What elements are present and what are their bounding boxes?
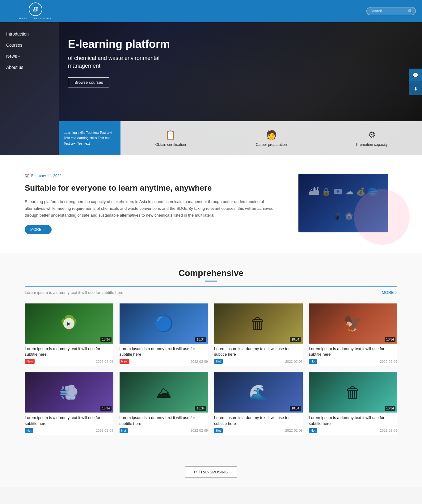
video-info-2: Lorem ipsum is a dummy text it will use … bbox=[120, 344, 208, 366]
video-thumb-2: 🔵 10:34 bbox=[120, 303, 208, 344]
video-date-7: 2022-02-09 bbox=[285, 429, 302, 432]
bottles-icon: 🔵 bbox=[120, 303, 208, 344]
about-date: 📅 February 11, 2022 bbox=[25, 174, 280, 178]
transposing-section: ⟳ TRANSPOSING bbox=[0, 457, 422, 487]
bottom-bar-promotion[interactable]: ⚙ Promotion capacity bbox=[322, 121, 422, 155]
promotion-label: Promotion capacity bbox=[356, 142, 388, 147]
hero-subtitle: of chemical and waste environmental mana… bbox=[68, 54, 192, 70]
sidebar-item-news[interactable]: News ▾ bbox=[0, 51, 59, 62]
transposing-button[interactable]: ⟳ TRANSPOSING bbox=[185, 466, 237, 478]
video-meta-1: New 2022-02-09 bbox=[25, 359, 113, 364]
sidebar-item-introduction[interactable]: Introduction bbox=[0, 28, 59, 40]
video-title-4: Lorem ipsum is a dummy text it will use … bbox=[309, 346, 398, 357]
video-card-7[interactable]: 🌊 10:34 Lorem ipsum is a dummy text it w… bbox=[214, 372, 303, 435]
download-button[interactable]: ⬇ bbox=[409, 82, 422, 95]
badge-hot-8: Hot bbox=[309, 428, 318, 433]
video-info-1: Lorem ipsum is a dummy text it will use … bbox=[25, 344, 113, 366]
floating-buttons: 💬 ⬇ bbox=[409, 69, 422, 95]
chevron-down-icon: ▾ bbox=[18, 55, 20, 58]
promotion-icon: ⚙ bbox=[368, 130, 376, 140]
sidebar-item-courses[interactable]: Courses bbox=[0, 40, 59, 51]
badge-hot-5: Hot bbox=[25, 428, 33, 433]
about-right: 🏙 🔒 📧 ☁ 💰 🌐 📱 🏠 bbox=[298, 174, 397, 232]
badge-hot-7: Hot bbox=[214, 428, 223, 433]
bottom-bar-items: 📋 Obtain certification 🧑 Career preparat… bbox=[120, 121, 422, 155]
decorative-blob bbox=[354, 189, 410, 245]
video-thumb-1: 🌳 ▶ 10:34 bbox=[25, 303, 113, 344]
video-thumb-7: 🌊 10:34 bbox=[214, 372, 303, 413]
smoke-icon: 💨 bbox=[25, 372, 113, 413]
about-section: 📅 February 11, 2022 Suitable for everyon… bbox=[0, 155, 422, 253]
video-date-4: 2022-02-09 bbox=[380, 360, 397, 363]
comprehensive-more-link[interactable]: MORE > bbox=[382, 290, 397, 295]
trash-icon: 🗑 bbox=[309, 372, 398, 413]
bottom-bar-obtain-cert[interactable]: 📋 Obtain certification bbox=[120, 121, 221, 155]
bottom-bar-career-prep[interactable]: 🧑 Career preparation bbox=[221, 121, 322, 155]
duration-5: 10:34 bbox=[100, 406, 111, 411]
hero-content: E-learning platform of chemical and wast… bbox=[68, 38, 192, 87]
video-thumb-6: ⛰ 10:34 bbox=[120, 372, 208, 413]
play-button-1[interactable]: ▶ bbox=[63, 318, 74, 329]
video-date-2: 2022-02-09 bbox=[191, 360, 208, 363]
video-info-4: Lorem ipsum is a dummy text it will use … bbox=[309, 344, 398, 366]
video-title-8: Lorem ipsum is a dummy text it will use … bbox=[309, 415, 398, 426]
video-title-3: Lorem ipsum is a dummy text it will use … bbox=[214, 346, 303, 357]
video-card-6[interactable]: ⛰ 10:34 Lorem ipsum is a dummy text it w… bbox=[120, 372, 208, 435]
logo-text: BASEL CONVENTION bbox=[19, 17, 52, 20]
video-title-5: Lorem ipsum is a dummy text it will use … bbox=[25, 415, 113, 426]
video-meta-2: New 2022-02-09 bbox=[120, 359, 208, 364]
video-card-2[interactable]: 🔵 10:34 Lorem ipsum is a dummy text it w… bbox=[120, 303, 208, 366]
video-info-7: Lorem ipsum is a dummy text it will use … bbox=[214, 413, 303, 435]
section-title: Comprehensive bbox=[25, 268, 397, 278]
badge-new-2: New bbox=[120, 359, 129, 364]
video-grid-row1: 🌳 ▶ 10:34 Lorem ipsum is a dummy text it… bbox=[25, 303, 397, 366]
video-title-6: Lorem ipsum is a dummy text it will use … bbox=[120, 415, 208, 426]
duration-1: 10:34 bbox=[100, 337, 111, 342]
video-thumb-3: 🗑 10:34 bbox=[214, 303, 303, 344]
video-title-1: Lorem ipsum is a dummy text it will use … bbox=[25, 346, 113, 357]
browse-courses-button[interactable]: Browse courses bbox=[68, 77, 109, 87]
video-meta-5: Hot 2022-02-09 bbox=[25, 428, 113, 433]
video-card-1[interactable]: 🌳 ▶ 10:34 Lorem ipsum is a dummy text it… bbox=[25, 303, 113, 366]
search-input[interactable] bbox=[370, 9, 407, 13]
video-title-7: Lorem ipsum is a dummy text it will use … bbox=[214, 415, 303, 426]
video-card-5[interactable]: 💨 10:34 Lorem ipsum is a dummy text it w… bbox=[25, 372, 113, 435]
rock-icon: ⛰ bbox=[120, 372, 208, 413]
duration-2: 10:34 bbox=[195, 337, 206, 342]
badge-hot-6: Hot bbox=[120, 428, 128, 433]
duration-7: 10:34 bbox=[290, 406, 301, 411]
section-subtitle: Lorem ipsum is a dummy text it will use … bbox=[25, 290, 123, 295]
logo[interactable]: B BASEL CONVENTION bbox=[6, 0, 65, 22]
video-date-5: 2022-02-09 bbox=[96, 429, 113, 432]
obtain-cert-icon: 📋 bbox=[165, 130, 176, 140]
video-info-3: Lorem ipsum is a dummy text it will use … bbox=[214, 344, 303, 366]
video-card-4[interactable]: 🦅 10:34 Lorem ipsum is a dummy text it w… bbox=[309, 303, 398, 366]
hero-title: E-learning platform bbox=[68, 38, 192, 51]
chat-button[interactable]: 💬 bbox=[409, 69, 422, 82]
video-meta-4: Hot 2022-02-09 bbox=[309, 359, 398, 364]
about-text: E-learning platform to strengthen the ca… bbox=[25, 198, 280, 219]
hero-section: Introduction Courses News ▾ About us E-l… bbox=[0, 22, 422, 155]
video-thumb-5: 💨 10:34 bbox=[25, 372, 113, 413]
sidebar-nav: Introduction Courses News ▾ About us bbox=[0, 22, 59, 155]
section-subtitle-row: Lorem ipsum is a dummy text it will use … bbox=[25, 286, 397, 295]
video-thumb-4: 🦅 10:34 bbox=[309, 303, 398, 344]
bird-icon: 🦅 bbox=[309, 303, 398, 344]
search-icon[interactable]: 🔍 bbox=[407, 9, 413, 14]
bottom-bar-active-item[interactable]: Learning skills Test text Test text Test… bbox=[59, 121, 120, 155]
bottom-bar-active-text: Learning skills Test text Test text Test… bbox=[64, 130, 116, 146]
career-prep-label: Career preparation bbox=[256, 142, 287, 147]
waste-icon: 🗑 bbox=[214, 303, 303, 344]
ocean-icon: 🌊 bbox=[214, 372, 303, 413]
video-card-8[interactable]: 🗑 10:34 Lorem ipsum is a dummy text it w… bbox=[309, 372, 398, 435]
video-thumb-8: 🗑 10:34 bbox=[309, 372, 398, 413]
video-info-8: Lorem ipsum is a dummy text it will use … bbox=[309, 413, 398, 435]
badge-new-1: New bbox=[25, 359, 35, 364]
more-button[interactable]: MORE → bbox=[25, 225, 52, 234]
video-info-6: Lorem ipsum is a dummy text it will use … bbox=[120, 413, 208, 435]
video-card-3[interactable]: 🗑 10:34 Lorem ipsum is a dummy text it w… bbox=[214, 303, 303, 366]
video-date-3: 2022-02-09 bbox=[285, 360, 302, 363]
sidebar-item-about-us[interactable]: About us bbox=[0, 62, 59, 73]
video-meta-7: Hot 2022-02-09 bbox=[214, 428, 303, 433]
search-bar[interactable]: 🔍 bbox=[366, 7, 416, 15]
